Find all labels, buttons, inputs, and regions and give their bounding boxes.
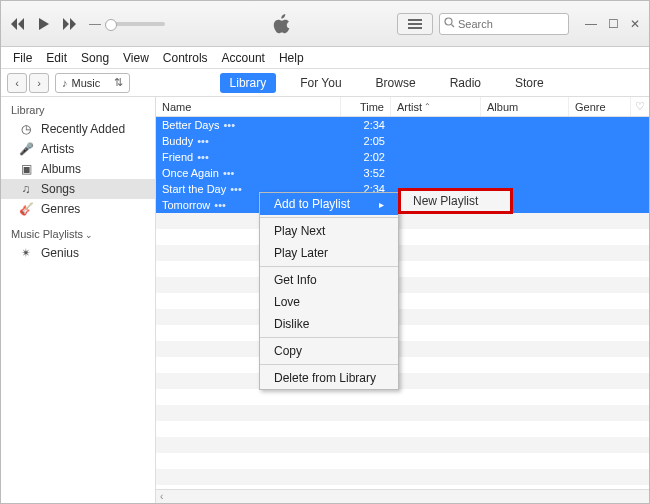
table-row[interactable]: Once Again •••3:52 <box>156 165 649 181</box>
column-name[interactable]: Name <box>156 97 341 116</box>
sort-indicator-icon: ⌃ <box>424 102 431 111</box>
more-icon[interactable]: ••• <box>197 151 209 163</box>
chevron-right-icon: ▸ <box>379 199 384 210</box>
more-icon[interactable]: ••• <box>197 135 209 147</box>
more-icon[interactable]: ••• <box>223 119 235 131</box>
column-album[interactable]: Album <box>481 97 569 116</box>
menu-account[interactable]: Account <box>216 49 271 67</box>
empty-row <box>156 485 649 489</box>
sidebar-item-label: Songs <box>41 182 75 196</box>
maximize-button[interactable]: ☐ <box>605 16 621 32</box>
menu-edit[interactable]: Edit <box>40 49 73 67</box>
ctx-add-to-playlist[interactable]: Add to Playlist ▸ <box>260 193 398 215</box>
play-button[interactable] <box>33 13 55 35</box>
more-icon[interactable]: ••• <box>223 167 235 179</box>
sidebar-item-artists[interactable]: 🎤 Artists <box>1 139 155 159</box>
sidebar-item-recently-added[interactable]: ◷ Recently Added <box>1 119 155 139</box>
window-controls: — ☐ ✕ <box>583 16 643 32</box>
cell-album <box>481 149 569 165</box>
cell-artist <box>391 117 481 133</box>
close-button[interactable]: ✕ <box>627 16 643 32</box>
menu-song[interactable]: Song <box>75 49 115 67</box>
table-row[interactable]: Buddy •••2:05 <box>156 133 649 149</box>
cell-artist <box>391 133 481 149</box>
table-row[interactable]: Better Days •••2:34 <box>156 117 649 133</box>
clock-icon: ◷ <box>19 122 33 136</box>
column-artist[interactable]: Artist⌃ <box>391 97 481 116</box>
tab-store[interactable]: Store <box>505 73 554 93</box>
tab-for-you[interactable]: For You <box>290 73 351 93</box>
sidebar-item-label: Genres <box>41 202 80 216</box>
volume-control[interactable]: — <box>89 17 165 31</box>
submenu-new-playlist[interactable]: New Playlist <box>398 188 513 214</box>
table-row[interactable]: Friend •••2:02 <box>156 149 649 165</box>
sidebar-item-label: Artists <box>41 142 74 156</box>
cell-time: 2:34 <box>341 117 391 133</box>
column-genre[interactable]: Genre <box>569 97 631 116</box>
cell-love[interactable] <box>631 133 649 149</box>
cell-genre <box>569 165 631 181</box>
ctx-play-next[interactable]: Play Next <box>260 220 398 242</box>
more-icon[interactable]: ••• <box>214 199 226 211</box>
toolbar: ‹ › ♪ Music ⇅ Library For You Browse Rad… <box>1 69 649 97</box>
forward-button[interactable]: › <box>29 73 49 93</box>
svg-line-1 <box>452 24 455 27</box>
sidebar-item-genres[interactable]: 🎸 Genres <box>1 199 155 219</box>
context-menu: Add to Playlist ▸ Play Next Play Later G… <box>259 192 399 390</box>
horizontal-scrollbar[interactable]: ‹ <box>156 489 649 503</box>
cell-name: Once Again ••• <box>156 165 341 181</box>
volume-slider[interactable] <box>105 22 165 26</box>
ctx-separator <box>260 364 398 365</box>
menu-controls[interactable]: Controls <box>157 49 214 67</box>
cell-artist <box>391 165 481 181</box>
cell-love[interactable] <box>631 165 649 181</box>
column-time[interactable]: Time <box>341 97 391 116</box>
ctx-delete[interactable]: Delete from Library <box>260 367 398 389</box>
more-icon[interactable]: ••• <box>230 183 242 195</box>
tab-library[interactable]: Library <box>220 73 277 93</box>
empty-row <box>156 373 649 389</box>
column-love[interactable]: ♡ <box>631 97 649 116</box>
menu-view[interactable]: View <box>117 49 155 67</box>
sidebar-item-genius[interactable]: ✴ Genius <box>1 243 155 263</box>
minimize-button[interactable]: — <box>583 16 599 32</box>
sidebar-item-songs[interactable]: ♫ Songs <box>1 179 155 199</box>
sidebar-item-albums[interactable]: ▣ Albums <box>1 159 155 179</box>
music-note-icon: ♪ <box>62 77 68 89</box>
ctx-get-info[interactable]: Get Info <box>260 269 398 291</box>
ctx-love[interactable]: Love <box>260 291 398 313</box>
source-label: Music <box>72 77 101 89</box>
menu-file[interactable]: File <box>7 49 38 67</box>
ctx-dislike[interactable]: Dislike <box>260 313 398 335</box>
menubar: File Edit Song View Controls Account Hel… <box>1 47 649 69</box>
cell-genre <box>569 133 631 149</box>
cell-love[interactable] <box>631 197 649 213</box>
empty-row <box>156 277 649 293</box>
playback-controls <box>7 13 81 35</box>
empty-row <box>156 405 649 421</box>
next-button[interactable] <box>59 13 81 35</box>
sidebar-item-label: Genius <box>41 246 79 260</box>
ctx-separator <box>260 217 398 218</box>
source-selector[interactable]: ♪ Music ⇅ <box>55 73 130 93</box>
volume-icon: — <box>89 17 101 31</box>
search-input[interactable] <box>458 18 564 30</box>
tab-browse[interactable]: Browse <box>366 73 426 93</box>
empty-row <box>156 309 649 325</box>
search-box[interactable] <box>439 13 569 35</box>
previous-button[interactable] <box>7 13 29 35</box>
cell-love[interactable] <box>631 149 649 165</box>
cell-name: Buddy ••• <box>156 133 341 149</box>
cell-genre <box>569 181 631 197</box>
cell-love[interactable] <box>631 181 649 197</box>
sidebar-header-playlists[interactable]: Music Playlists⌄ <box>1 225 155 243</box>
menu-help[interactable]: Help <box>273 49 310 67</box>
ctx-copy[interactable]: Copy <box>260 340 398 362</box>
tab-radio[interactable]: Radio <box>440 73 491 93</box>
note-icon: ♫ <box>19 182 33 196</box>
list-view-button[interactable] <box>397 13 433 35</box>
apple-logo <box>165 11 397 37</box>
cell-love[interactable] <box>631 117 649 133</box>
ctx-play-later[interactable]: Play Later <box>260 242 398 264</box>
back-button[interactable]: ‹ <box>7 73 27 93</box>
